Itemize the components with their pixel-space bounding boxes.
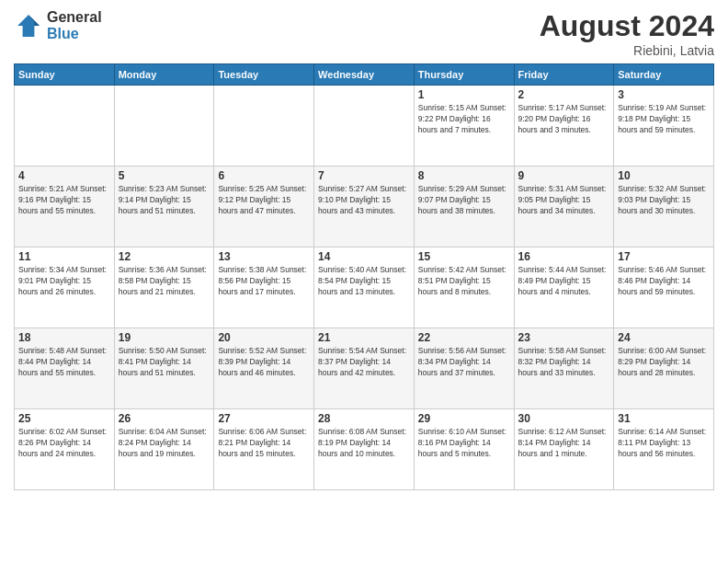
day-info: Sunrise: 6:12 AM Sunset: 8:14 PM Dayligh… <box>518 427 610 460</box>
header: General Blue August 2024 Riebini, Latvia <box>14 9 714 58</box>
day-cell: 15Sunrise: 5:42 AM Sunset: 8:51 PM Dayli… <box>414 247 514 328</box>
day-cell: 11Sunrise: 5:34 AM Sunset: 9:01 PM Dayli… <box>15 247 115 328</box>
day-info: Sunrise: 6:08 AM Sunset: 8:19 PM Dayligh… <box>318 427 410 460</box>
day-cell: 23Sunrise: 5:58 AM Sunset: 8:32 PM Dayli… <box>514 328 614 409</box>
day-cell: 31Sunrise: 6:14 AM Sunset: 8:11 PM Dayli… <box>614 409 714 490</box>
day-number: 29 <box>418 412 510 425</box>
day-info: Sunrise: 5:52 AM Sunset: 8:39 PM Dayligh… <box>218 346 310 379</box>
day-cell: 22Sunrise: 5:56 AM Sunset: 8:34 PM Dayli… <box>414 328 514 409</box>
day-cell: 30Sunrise: 6:12 AM Sunset: 8:14 PM Dayli… <box>514 409 614 490</box>
day-cell: 17Sunrise: 5:46 AM Sunset: 8:46 PM Dayli… <box>614 247 714 328</box>
day-info: Sunrise: 5:36 AM Sunset: 8:58 PM Dayligh… <box>119 265 210 298</box>
calendar-body: 1Sunrise: 5:15 AM Sunset: 9:22 PM Daylig… <box>15 86 714 490</box>
day-number: 2 <box>518 88 610 101</box>
day-cell: 24Sunrise: 6:00 AM Sunset: 8:29 PM Dayli… <box>614 328 714 409</box>
day-number: 25 <box>18 412 110 425</box>
day-number: 13 <box>218 250 310 263</box>
day-cell <box>114 86 214 167</box>
day-cell: 19Sunrise: 5:50 AM Sunset: 8:41 PM Dayli… <box>114 328 214 409</box>
logo: General Blue <box>14 9 102 41</box>
logo-general: General <box>47 9 102 26</box>
day-cell: 5Sunrise: 5:23 AM Sunset: 9:14 PM Daylig… <box>114 167 214 247</box>
day-cell: 20Sunrise: 5:52 AM Sunset: 8:39 PM Dayli… <box>214 328 314 409</box>
day-cell: 27Sunrise: 6:06 AM Sunset: 8:21 PM Dayli… <box>214 409 314 490</box>
logo-icon <box>14 11 43 40</box>
day-number: 21 <box>318 331 410 344</box>
day-number: 22 <box>418 331 510 344</box>
calendar-header: Sunday Monday Tuesday Wednesday Thursday… <box>15 64 714 86</box>
week-row-2: 4Sunrise: 5:21 AM Sunset: 9:16 PM Daylig… <box>15 167 714 247</box>
day-number: 10 <box>618 169 710 182</box>
day-number: 20 <box>218 331 310 344</box>
day-info: Sunrise: 6:06 AM Sunset: 8:21 PM Dayligh… <box>218 427 310 460</box>
day-info: Sunrise: 5:23 AM Sunset: 9:14 PM Dayligh… <box>119 184 210 217</box>
day-cell <box>314 86 415 167</box>
day-cell: 25Sunrise: 6:02 AM Sunset: 8:26 PM Dayli… <box>15 409 115 490</box>
header-thursday: Thursday <box>414 64 514 86</box>
week-row-3: 11Sunrise: 5:34 AM Sunset: 9:01 PM Dayli… <box>15 247 714 328</box>
day-cell: 28Sunrise: 6:08 AM Sunset: 8:19 PM Dayli… <box>314 409 415 490</box>
day-cell: 4Sunrise: 5:21 AM Sunset: 9:16 PM Daylig… <box>15 167 115 247</box>
location: Riebini, Latvia <box>540 43 714 58</box>
calendar-table: Sunday Monday Tuesday Wednesday Thursday… <box>14 63 714 490</box>
day-number: 26 <box>119 412 210 425</box>
day-info: Sunrise: 6:14 AM Sunset: 8:11 PM Dayligh… <box>618 427 710 460</box>
day-cell: 18Sunrise: 5:48 AM Sunset: 8:44 PM Dayli… <box>15 328 115 409</box>
day-info: Sunrise: 6:02 AM Sunset: 8:26 PM Dayligh… <box>18 427 110 460</box>
day-info: Sunrise: 5:44 AM Sunset: 8:49 PM Dayligh… <box>518 265 610 298</box>
day-number: 30 <box>518 412 610 425</box>
day-number: 1 <box>418 88 510 101</box>
week-row-4: 18Sunrise: 5:48 AM Sunset: 8:44 PM Dayli… <box>15 328 714 409</box>
day-cell: 6Sunrise: 5:25 AM Sunset: 9:12 PM Daylig… <box>214 167 314 247</box>
day-info: Sunrise: 6:00 AM Sunset: 8:29 PM Dayligh… <box>618 346 710 379</box>
header-monday: Monday <box>114 64 214 86</box>
day-cell: 26Sunrise: 6:04 AM Sunset: 8:24 PM Dayli… <box>114 409 214 490</box>
logo-text: General Blue <box>47 9 102 41</box>
day-info: Sunrise: 5:46 AM Sunset: 8:46 PM Dayligh… <box>618 265 710 298</box>
day-number: 19 <box>119 331 210 344</box>
day-cell: 14Sunrise: 5:40 AM Sunset: 8:54 PM Dayli… <box>314 247 415 328</box>
header-saturday: Saturday <box>614 64 714 86</box>
day-number: 17 <box>618 250 710 263</box>
day-info: Sunrise: 5:40 AM Sunset: 8:54 PM Dayligh… <box>318 265 410 298</box>
day-info: Sunrise: 5:34 AM Sunset: 9:01 PM Dayligh… <box>18 265 110 298</box>
day-number: 27 <box>218 412 310 425</box>
day-number: 14 <box>318 250 410 263</box>
day-number: 3 <box>618 88 710 101</box>
day-info: Sunrise: 5:38 AM Sunset: 8:56 PM Dayligh… <box>218 265 310 298</box>
day-number: 6 <box>218 169 310 182</box>
day-cell: 8Sunrise: 5:29 AM Sunset: 9:07 PM Daylig… <box>414 167 514 247</box>
day-number: 7 <box>318 169 410 182</box>
day-number: 15 <box>418 250 510 263</box>
header-tuesday: Tuesday <box>214 64 314 86</box>
day-cell <box>15 86 115 167</box>
week-row-1: 1Sunrise: 5:15 AM Sunset: 9:22 PM Daylig… <box>15 86 714 167</box>
day-number: 5 <box>119 169 210 182</box>
day-info: Sunrise: 5:50 AM Sunset: 8:41 PM Dayligh… <box>119 346 210 379</box>
day-number: 16 <box>518 250 610 263</box>
day-cell: 21Sunrise: 5:54 AM Sunset: 8:37 PM Dayli… <box>314 328 415 409</box>
day-info: Sunrise: 5:58 AM Sunset: 8:32 PM Dayligh… <box>518 346 610 379</box>
day-number: 28 <box>318 412 410 425</box>
day-info: Sunrise: 6:04 AM Sunset: 8:24 PM Dayligh… <box>119 427 210 460</box>
day-number: 23 <box>518 331 610 344</box>
day-cell: 9Sunrise: 5:31 AM Sunset: 9:05 PM Daylig… <box>514 167 614 247</box>
header-row: Sunday Monday Tuesday Wednesday Thursday… <box>15 64 714 86</box>
header-sunday: Sunday <box>15 64 115 86</box>
day-cell: 13Sunrise: 5:38 AM Sunset: 8:56 PM Dayli… <box>214 247 314 328</box>
header-wednesday: Wednesday <box>314 64 415 86</box>
day-number: 11 <box>18 250 110 263</box>
day-number: 24 <box>618 331 710 344</box>
day-cell: 7Sunrise: 5:27 AM Sunset: 9:10 PM Daylig… <box>314 167 415 247</box>
day-info: Sunrise: 5:48 AM Sunset: 8:44 PM Dayligh… <box>18 346 110 379</box>
day-info: Sunrise: 5:54 AM Sunset: 8:37 PM Dayligh… <box>318 346 410 379</box>
day-cell: 10Sunrise: 5:32 AM Sunset: 9:03 PM Dayli… <box>614 167 714 247</box>
header-friday: Friday <box>514 64 614 86</box>
day-number: 4 <box>18 169 110 182</box>
day-cell: 29Sunrise: 6:10 AM Sunset: 8:16 PM Dayli… <box>414 409 514 490</box>
day-cell: 2Sunrise: 5:17 AM Sunset: 9:20 PM Daylig… <box>514 86 614 167</box>
day-cell: 3Sunrise: 5:19 AM Sunset: 9:18 PM Daylig… <box>614 86 714 167</box>
day-number: 12 <box>119 250 210 263</box>
day-info: Sunrise: 5:19 AM Sunset: 9:18 PM Dayligh… <box>618 103 710 136</box>
day-cell: 1Sunrise: 5:15 AM Sunset: 9:22 PM Daylig… <box>414 86 514 167</box>
